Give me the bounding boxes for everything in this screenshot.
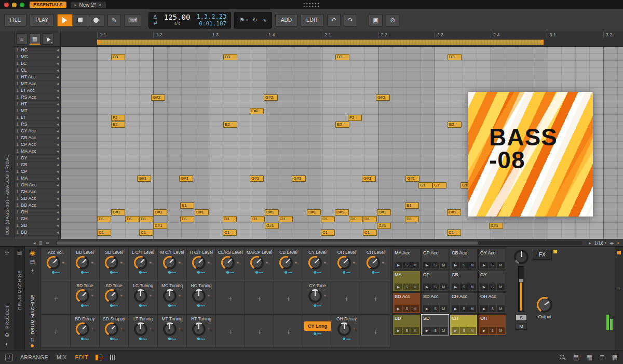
audition-icon[interactable]: ◂ <box>57 122 59 127</box>
pad-play-icon[interactable]: ▶ <box>452 305 459 312</box>
pad-play-icon[interactable]: ▶ <box>452 284 459 290</box>
pad-play-icon[interactable]: ▶ <box>395 327 402 334</box>
parameter-knob[interactable] <box>163 289 177 303</box>
midi-note[interactable]: D1 <box>97 216 111 222</box>
audition-icon[interactable]: ◂ <box>57 136 59 140</box>
drum-pad[interactable]: MA Acc▶SM <box>392 249 421 270</box>
drum-pad[interactable]: SD▶SM <box>421 314 449 335</box>
midi-note[interactable]: G#1 <box>405 176 419 182</box>
midi-note[interactable]: C#1 <box>489 223 503 229</box>
track-row[interactable]: 1CB◂ <box>15 161 60 168</box>
add-assignment-icon[interactable]: + <box>53 294 58 303</box>
parameter-knob[interactable] <box>134 322 147 336</box>
solo-button[interactable]: S <box>516 314 527 321</box>
add-track-icon[interactable]: ⊕ <box>5 332 9 339</box>
undo-button[interactable]: ↶ <box>327 14 341 26</box>
loop-end-marker[interactable] <box>539 39 544 45</box>
pad-play-icon[interactable]: ▶ <box>452 327 459 334</box>
midi-note[interactable]: F2 <box>111 115 125 121</box>
device-cell[interactable]: OH Level+ <box>332 248 361 281</box>
midi-note[interactable]: E1 <box>405 203 419 209</box>
song-time[interactable]: 0:01.107 <box>196 20 226 27</box>
tab-close-icon[interactable]: × <box>99 2 102 8</box>
track-row[interactable]: 1BD◂ <box>15 229 60 236</box>
track-row[interactable]: 1MC◂ <box>15 53 60 60</box>
device-cell[interactable]: H C/T Level+ <box>187 248 216 281</box>
pad-solo-button[interactable]: S <box>431 305 439 312</box>
project-tab[interactable]: ▸ New 2* × <box>71 2 106 8</box>
midi-note[interactable]: D3 <box>448 54 462 60</box>
parameter-knob[interactable] <box>105 256 118 269</box>
midi-note[interactable]: D3 <box>223 54 237 60</box>
parameter-knob[interactable] <box>279 256 293 269</box>
pad-solo-button[interactable]: S <box>489 327 496 334</box>
stop-button[interactable] <box>73 14 88 26</box>
audition-icon[interactable]: ◂ <box>57 210 59 214</box>
track-row[interactable]: 1CY Acc◂ <box>15 128 60 134</box>
parameter-knob[interactable] <box>367 256 380 269</box>
audition-icon[interactable]: ◂ <box>57 88 59 93</box>
time-signature[interactable]: 4/4 <box>164 21 191 26</box>
close-window-button[interactable] <box>4 3 9 7</box>
drum-pad[interactable]: CB Acc▶SM <box>450 249 478 270</box>
track-row[interactable]: 1HC◂ <box>15 47 60 53</box>
audition-icon[interactable]: ◂ <box>57 183 59 187</box>
midi-note[interactable]: D#1 <box>195 209 209 215</box>
midi-note[interactable]: D1 <box>405 216 419 222</box>
midi-note[interactable]: D1 <box>279 216 293 222</box>
pad-solo-button[interactable]: S <box>403 327 411 334</box>
pad-play-icon[interactable]: ▶ <box>395 305 402 312</box>
add-assignment-icon[interactable]: + <box>286 294 290 303</box>
add-assignment-icon[interactable]: + <box>344 294 348 303</box>
midi-note[interactable]: D1 <box>363 216 377 222</box>
midi-note[interactable]: G#1 <box>362 176 376 182</box>
pad-solo-button[interactable]: S <box>489 262 496 268</box>
follow-playhead-icon[interactable]: ▪ <box>617 240 619 246</box>
output-knob[interactable] <box>537 297 552 313</box>
drum-pad[interactable]: BD Acc▶SM <box>392 292 421 314</box>
track-row[interactable]: 1CL◂ <box>15 67 60 74</box>
parameter-knob[interactable] <box>105 322 118 336</box>
track-row[interactable]: 1RS◂ <box>15 121 60 128</box>
midi-note[interactable]: D1 <box>223 216 237 222</box>
automation-curve-icon[interactable]: ∿ <box>262 17 267 23</box>
drum-pad[interactable]: MA▶SM <box>392 271 421 292</box>
midi-note[interactable]: D#1 <box>111 209 125 215</box>
drum-pad[interactable]: OH▶SM <box>478 314 506 335</box>
audition-icon[interactable]: ◂ <box>57 156 59 160</box>
drum-pad[interactable]: CY Acc▶SM <box>478 249 506 270</box>
midi-note[interactable]: C1 <box>97 230 111 236</box>
drum-pad[interactable]: OH Acc▶SM <box>478 292 506 314</box>
audition-icon[interactable]: ◂ <box>57 163 59 167</box>
device-cell[interactable]: LT Tuning+ <box>129 315 158 348</box>
statusbar-tab-edit[interactable]: EDIT <box>75 354 88 360</box>
pad-solo-button[interactable]: S <box>431 262 439 268</box>
parameter-knob[interactable] <box>192 289 206 303</box>
cancel-button[interactable]: ⊘ <box>386 14 399 26</box>
add-device-end-icon[interactable]: + <box>617 286 620 292</box>
pointer-tool-button[interactable]: ▾ <box>42 33 53 45</box>
pad-solo-button[interactable]: S <box>431 284 439 290</box>
device-cell[interactable]: SD Snappy+ <box>100 315 129 348</box>
drum-pad[interactable]: CP▶SM <box>421 271 449 292</box>
device-cell[interactable]: LC Tuning+ <box>129 281 158 315</box>
loop-icon[interactable]: ↻ <box>253 17 258 23</box>
track-row[interactable]: 1LT◂ <box>15 114 60 121</box>
drum-pad[interactable]: SD Acc▶SM <box>421 292 449 314</box>
grid-view-icon[interactable]: ▦ <box>29 33 40 45</box>
midi-note[interactable]: D1 <box>349 216 363 222</box>
device-cell[interactable]: CB Level+ <box>274 248 303 281</box>
play-button[interactable] <box>57 14 73 26</box>
drum-pad[interactable]: CY▶SM <box>478 271 506 292</box>
pad-mute-button[interactable]: M <box>497 327 505 334</box>
midi-note[interactable]: D1 <box>125 216 139 222</box>
device-cell[interactable]: CY Level+ <box>303 248 332 281</box>
track-row[interactable]: 1CB Acc◂ <box>15 134 60 141</box>
track-row[interactable]: 1CP◂ <box>15 168 60 175</box>
parameter-knob[interactable] <box>250 256 264 269</box>
cy-long-button[interactable]: CY Long <box>304 321 331 331</box>
midi-note[interactable]: G#1 <box>137 176 151 182</box>
pad-play-icon[interactable]: ▶ <box>452 262 459 268</box>
add-assignment-icon[interactable]: + <box>373 328 377 336</box>
track-row[interactable]: 1MA◂ <box>15 175 60 182</box>
